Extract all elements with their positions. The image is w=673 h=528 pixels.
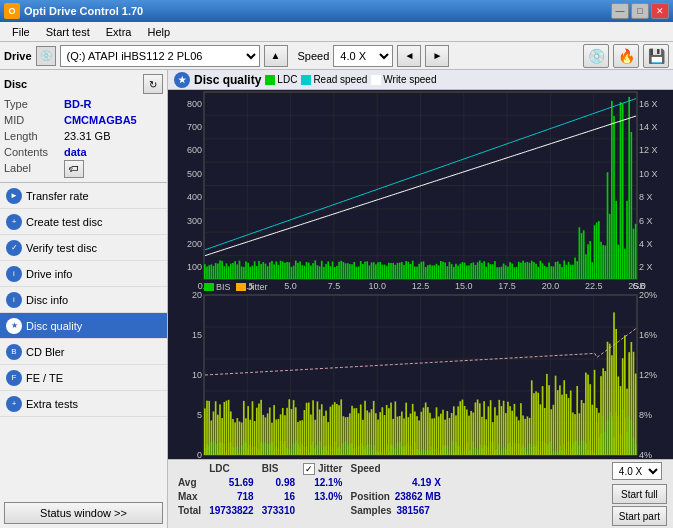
right-panel: ★ Disc quality LDC Read speed Write spee… [168, 70, 673, 528]
disc-section-title: Disc [4, 78, 27, 90]
sidebar-item-disc-quality[interactable]: ★ Disc quality [0, 313, 167, 339]
sidebar-item-transfer-rate[interactable]: ► Transfer rate [0, 183, 167, 209]
sidebar-item-create-test-disc[interactable]: + Create test disc [0, 209, 167, 235]
jitter-checkbox[interactable]: ✓ [303, 463, 315, 475]
drive-icon: 💿 [36, 46, 56, 66]
app-icon: O [4, 3, 20, 19]
drive-select[interactable]: (Q:) ATAPI iHBS112 2 PL06 [60, 45, 260, 67]
disc-refresh-button[interactable]: ↻ [143, 74, 163, 94]
contents-label: Contents [4, 144, 64, 160]
sidebar-item-verify-test-disc[interactable]: ✓ Verify test disc [0, 235, 167, 261]
transfer-rate-label: Transfer rate [26, 190, 89, 202]
disc-quality-title: Disc quality [194, 73, 261, 87]
total-bis: 373310 [258, 504, 299, 518]
sidebar-item-fe-te[interactable]: F FE / TE [0, 365, 167, 391]
nav-menu: ► Transfer rate + Create test disc ✓ Ver… [0, 183, 167, 417]
burn-icon-button[interactable]: 🔥 [613, 44, 639, 68]
speed-select[interactable]: 4.0 X Max 2.0 X 8.0 X [333, 45, 393, 67]
disc-icon-button[interactable]: 💿 [583, 44, 609, 68]
save-icon-button[interactable]: 💾 [643, 44, 669, 68]
chart-area [168, 90, 673, 459]
speed-up-button[interactable]: ► [425, 45, 449, 67]
read-speed-color [301, 75, 311, 85]
disc-info-icon: i [6, 292, 22, 308]
menu-help[interactable]: Help [139, 24, 178, 40]
drive-info-label: Drive info [26, 268, 72, 280]
maximize-button[interactable]: □ [631, 3, 649, 19]
extra-tests-label: Extra tests [26, 398, 78, 410]
samples-label: Samples [350, 505, 391, 516]
write-speed-color [371, 75, 381, 85]
max-label: Max [174, 490, 205, 504]
fe-te-label: FE / TE [26, 372, 63, 384]
col-speed-header: Speed [346, 462, 444, 476]
legend-read-speed: Read speed [301, 74, 367, 85]
ldc-label: LDC [277, 74, 297, 85]
col-ldc-header: LDC [205, 462, 258, 476]
window-controls: — □ ✕ [611, 3, 669, 19]
total-ldc: 19733822 [205, 504, 258, 518]
titlebar: O Opti Drive Control 1.70 — □ ✕ [0, 0, 673, 22]
ldc-color [265, 75, 275, 85]
main-chart-canvas [168, 90, 673, 459]
drive-eject-button[interactable]: ▲ [264, 45, 288, 67]
status-window-button[interactable]: Status window >> [4, 502, 163, 524]
avg-label: Avg [174, 476, 205, 490]
drive-info-icon: i [6, 266, 22, 282]
start-full-button[interactable]: Start full [612, 484, 667, 504]
max-bis: 16 [258, 490, 299, 504]
close-button[interactable]: ✕ [651, 3, 669, 19]
samples-val: 381567 [396, 505, 429, 516]
speed-down-button[interactable]: ◄ [397, 45, 421, 67]
start-buttons: 4.0 X Start full Start part [612, 462, 667, 526]
write-speed-label: Write speed [383, 74, 436, 85]
main-area: Disc ↻ Type BD-R MID CMCMAGBA5 Length 23… [0, 70, 673, 528]
length-value: 23.31 GB [64, 128, 110, 144]
menu-file[interactable]: File [4, 24, 38, 40]
avg-jitter: 12.1% [299, 476, 346, 490]
avg-ldc: 51.69 [205, 476, 258, 490]
app-title: Opti Drive Control 1.70 [24, 5, 611, 17]
legend-ldc: LDC [265, 74, 297, 85]
type-value: BD-R [64, 96, 92, 112]
col-bis-header: BIS [258, 462, 299, 476]
sidebar-item-extra-tests[interactable]: + Extra tests [0, 391, 167, 417]
label-edit-button[interactable]: 🏷 [64, 160, 84, 178]
disc-info-label: Disc info [26, 294, 68, 306]
verify-test-disc-icon: ✓ [6, 240, 22, 256]
position-val: 23862 MB [395, 491, 441, 502]
start-part-button[interactable]: Start part [612, 506, 667, 526]
test-speed-select[interactable]: 4.0 X [612, 462, 662, 480]
stats-bar: LDC BIS ✓ Jitter Speed Avg 51.69 0.98 12… [168, 459, 673, 528]
length-label: Length [4, 128, 64, 144]
max-jitter: 13.0% [299, 490, 346, 504]
menubar: File Start test Extra Help [0, 22, 673, 42]
menu-start-test[interactable]: Start test [38, 24, 98, 40]
disc-info-section: Disc ↻ Type BD-R MID CMCMAGBA5 Length 23… [0, 70, 167, 183]
mid-value: CMCMAGBA5 [64, 112, 137, 128]
cd-bler-label: CD Bler [26, 346, 65, 358]
sidebar-item-drive-info[interactable]: i Drive info [0, 261, 167, 287]
menu-extra[interactable]: Extra [98, 24, 140, 40]
sidebar-item-cd-bler[interactable]: B CD Bler [0, 339, 167, 365]
type-label: Type [4, 96, 64, 112]
avg-bis: 0.98 [258, 476, 299, 490]
cd-bler-icon: B [6, 344, 22, 360]
disc-quality-header: ★ Disc quality LDC Read speed Write spee… [168, 70, 673, 90]
minimize-button[interactable]: — [611, 3, 629, 19]
sidebar-item-disc-info[interactable]: i Disc info [0, 287, 167, 313]
col-jitter-header: Jitter [318, 462, 342, 476]
speed-label: Speed [298, 50, 330, 62]
disc-quality-icon: ★ [6, 318, 22, 334]
disc-quality-label: Disc quality [26, 320, 82, 332]
extra-tests-icon: + [6, 396, 22, 412]
label-label: Label [4, 160, 64, 178]
legend-write-speed: Write speed [371, 74, 436, 85]
read-speed-label: Read speed [313, 74, 367, 85]
drivebar: Drive 💿 (Q:) ATAPI iHBS112 2 PL06 ▲ Spee… [0, 42, 673, 70]
drive-label: Drive [4, 50, 32, 62]
verify-test-disc-label: Verify test disc [26, 242, 97, 254]
jitter-header-row: ✓ Jitter [303, 462, 342, 476]
position-label: Position [350, 491, 389, 502]
contents-value: data [64, 144, 87, 160]
